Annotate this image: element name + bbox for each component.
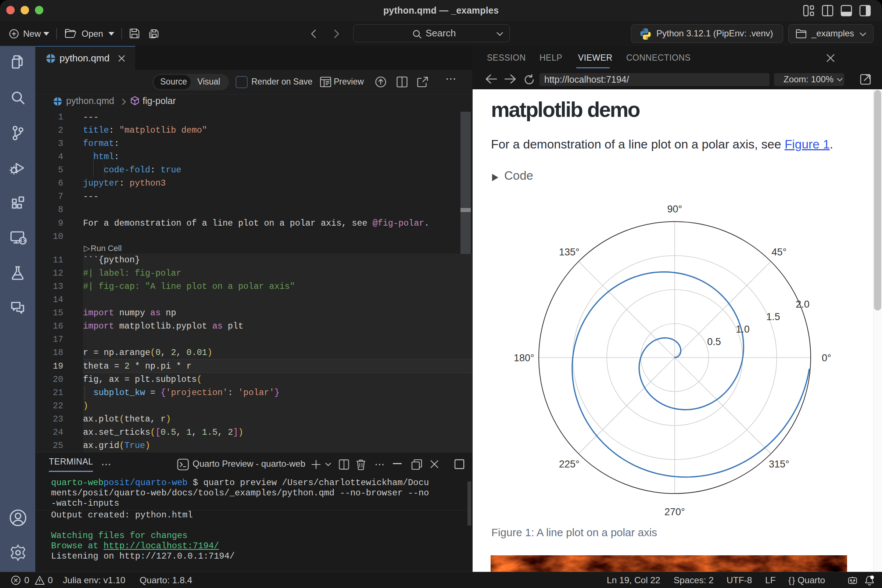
svg-text:2.0: 2.0: [796, 299, 810, 310]
svg-text:45°: 45°: [772, 247, 787, 258]
svg-text:315°: 315°: [769, 459, 789, 470]
svg-text:1.0: 1.0: [736, 324, 750, 335]
svg-text:0°: 0°: [822, 352, 831, 363]
svg-text:270°: 270°: [664, 506, 685, 518]
svg-text:180°: 180°: [514, 352, 534, 363]
svg-text:0.5: 0.5: [707, 336, 721, 347]
svg-text:90°: 90°: [668, 204, 682, 214]
svg-text:135°: 135°: [559, 247, 579, 258]
svg-text:225°: 225°: [559, 459, 579, 470]
svg-text:1.5: 1.5: [766, 311, 780, 322]
